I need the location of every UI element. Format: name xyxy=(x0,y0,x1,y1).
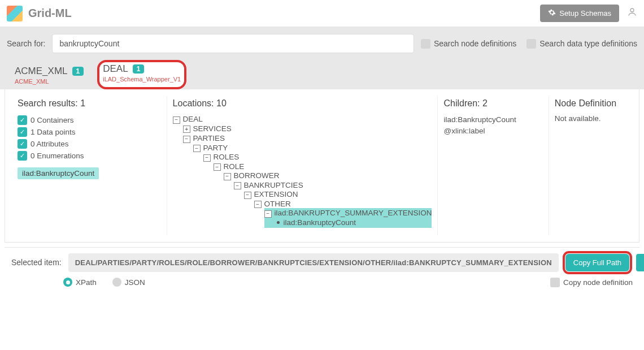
gear-icon xyxy=(548,8,556,18)
logo-icon xyxy=(7,6,23,21)
nodedef-column: Node Definition Not available. xyxy=(549,96,632,235)
tree-leaf[interactable]: ilad:BankruptcyCount xyxy=(275,218,432,227)
collapse-icon[interactable]: − xyxy=(173,116,180,124)
selected-path: DEAL/PARTIES/PARTY/ROLES/ROLE/BORROWER/B… xyxy=(68,253,559,272)
search-input[interactable] xyxy=(52,34,414,53)
tree-node[interactable]: −ROLES −ROLE −BORROWER −BANKRUPTCIES −EX… xyxy=(203,152,432,231)
radio-icon xyxy=(112,278,121,287)
setup-schemas-label: Setup Schemas xyxy=(559,9,611,18)
facet-attributes[interactable]: ✓0 Attributes xyxy=(18,138,161,150)
expand-icon[interactable]: + xyxy=(183,126,190,133)
tree-node[interactable]: −ROLE −BORROWER −BANKRUPTCIES −EXTENSION… xyxy=(214,162,432,231)
facet-datapoints[interactable]: ✓1 Data points xyxy=(18,126,161,138)
collapse-icon[interactable]: − xyxy=(244,192,251,199)
children-column: Children: 2 ilad:BankruptcyCount @xlink:… xyxy=(438,96,549,235)
result-item[interactable]: ilad:BankruptcyCount xyxy=(18,167,99,179)
checkbox-icon xyxy=(421,39,430,49)
search-results-column: Search results: 1 ✓0 Containers ✓1 Data … xyxy=(12,96,167,235)
copy-node-name-button[interactable]: Copy Node Name xyxy=(636,254,644,271)
tree-node[interactable]: +SERVICES xyxy=(183,124,432,134)
check-icon: ✓ xyxy=(18,127,27,137)
collapse-icon[interactable]: − xyxy=(203,154,211,162)
checkbox-icon xyxy=(526,39,536,49)
app-title: Grid-ML xyxy=(28,7,72,20)
tree-node[interactable]: −PARTIES −PARTY −ROLES −ROLE −BORROWER −… xyxy=(183,133,432,232)
search-bar: Search for: Search node definitions Sear… xyxy=(0,27,644,60)
result-count-badge: 1 xyxy=(133,64,145,74)
child-item[interactable]: ilad:BankruptcyCount xyxy=(443,114,542,126)
results-heading: Search results: 1 xyxy=(18,98,161,109)
tree-node[interactable]: −BANKRUPTCIES −EXTENSION −OTHER −ilad:BA… xyxy=(234,180,432,230)
main-panel: Search results: 1 ✓0 Containers ✓1 Data … xyxy=(5,89,639,243)
facet-enumerations[interactable]: ✓0 Enumerations xyxy=(18,150,161,162)
format-xpath-radio[interactable]: XPath xyxy=(63,278,97,287)
check-icon: ✓ xyxy=(18,151,27,161)
tree-node[interactable]: −PARTY −ROLES −ROLE −BORROWER −BANKRUPTC… xyxy=(193,143,432,232)
copy-full-path-button[interactable]: Copy Full Path xyxy=(565,254,629,271)
locations-heading: Locations: 10 xyxy=(173,98,432,109)
children-heading: Children: 2 xyxy=(443,98,542,109)
tree-node-selected[interactable]: −ilad:BANKRUPTCY_SUMMARY_EXTENSION ilad:… xyxy=(264,208,432,228)
collapse-icon[interactable]: − xyxy=(264,210,272,218)
tree-node[interactable]: −BORROWER −BANKRUPTCIES −EXTENSION −OTHE… xyxy=(224,171,432,230)
collapse-icon[interactable]: − xyxy=(234,182,241,189)
setup-schemas-button[interactable]: Setup Schemas xyxy=(540,5,619,22)
locations-column: Locations: 10 −DEAL +SERVICES −PARTIES −… xyxy=(167,96,438,235)
facet-containers[interactable]: ✓0 Containers xyxy=(18,114,161,126)
collapse-icon[interactable]: − xyxy=(254,201,262,208)
tab-acme-xml[interactable]: ACME_XML 1 ACME_XML xyxy=(7,60,92,89)
child-item[interactable]: @xlink:label xyxy=(443,126,542,137)
search-label: Search for: xyxy=(7,39,45,48)
collapse-icon[interactable]: − xyxy=(214,163,221,171)
selected-item-footer: Selected item: DEAL/PARTIES/PARTY/ROLES/… xyxy=(5,247,639,295)
schema-tabs: ACME_XML 1 ACME_XML DEAL 1 iLAD_Schema_W… xyxy=(0,60,644,89)
checkbox-icon xyxy=(550,278,560,287)
check-icon: ✓ xyxy=(18,139,27,149)
search-nodes-checkbox[interactable]: Search node definitions xyxy=(421,39,516,49)
result-count-badge: 1 xyxy=(72,67,84,76)
format-json-radio[interactable]: JSON xyxy=(112,278,145,287)
user-icon[interactable] xyxy=(627,7,637,20)
selected-label: Selected item: xyxy=(11,258,62,267)
nodedef-heading: Node Definition xyxy=(555,98,626,109)
collapse-icon[interactable]: − xyxy=(183,136,190,143)
collapse-icon[interactable]: − xyxy=(193,145,201,152)
check-icon: ✓ xyxy=(18,115,27,125)
collapse-icon[interactable]: − xyxy=(224,173,231,180)
search-types-checkbox[interactable]: Search data type definitions xyxy=(526,39,637,49)
radio-icon xyxy=(63,278,72,287)
nodedef-text: Not available. xyxy=(555,114,626,123)
app-header: Grid-ML Setup Schemas xyxy=(0,0,644,27)
bullet-icon xyxy=(277,221,280,224)
tab-deal[interactable]: DEAL 1 iLAD_Schema_Wrapper_V1 xyxy=(97,60,186,89)
copy-node-def-checkbox[interactable]: Copy node definition xyxy=(550,278,633,287)
svg-point-0 xyxy=(630,8,634,12)
location-tree: −DEAL +SERVICES −PARTIES −PARTY −ROLES −… xyxy=(173,114,432,233)
tree-node[interactable]: −OTHER −ilad:BANKRUPTCY_SUMMARY_EXTENSIO… xyxy=(254,199,432,228)
tree-node[interactable]: −EXTENSION −OTHER −ilad:BANKRUPTCY_SUMMA… xyxy=(244,189,432,229)
brand: Grid-ML xyxy=(7,6,72,21)
facet-list: ✓0 Containers ✓1 Data points ✓0 Attribut… xyxy=(18,114,161,162)
tree-node[interactable]: −DEAL +SERVICES −PARTIES −PARTY −ROLES −… xyxy=(173,114,432,233)
